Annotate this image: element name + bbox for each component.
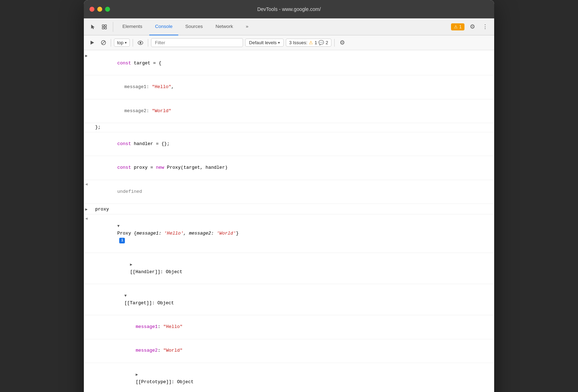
console-row: ▶ const target = { [84, 52, 494, 75]
cursor-icon[interactable] [88, 22, 98, 32]
console-toolbar: top ▾ Default levels ▾ 3 Issues: ⚠ 1 💬 2… [84, 35, 494, 50]
close-button[interactable] [89, 7, 94, 12]
settings-button[interactable]: ⚙ [467, 22, 477, 32]
code-line: message1: "Hello" [95, 316, 491, 338]
execute-icon[interactable] [87, 38, 97, 47]
svg-line-6 [102, 41, 105, 44]
code-line: ▶ [[Handler]]: Object [101, 254, 491, 283]
console-row: ▼ [[Target]]: Object [84, 284, 494, 315]
filter-input[interactable] [151, 38, 243, 47]
code-line: proxy [95, 206, 491, 213]
expand-icon[interactable]: ▶ [85, 207, 88, 213]
console-row: ◀ undefined [84, 180, 494, 204]
code-line: message2: "World" [95, 340, 491, 362]
console-row: message2: "World" [84, 339, 494, 363]
svg-rect-2 [102, 27, 104, 29]
ct-sep2 [133, 39, 133, 47]
row-gutter: ◀ [85, 215, 95, 222]
code-line: message2: "World" [95, 100, 491, 122]
console-settings-button[interactable]: ⚙ [337, 38, 347, 48]
warning-badge[interactable]: ⚠ 1 [451, 23, 464, 30]
svg-marker-4 [91, 41, 94, 45]
row-gutter [85, 76, 95, 77]
code-line: const target = { [95, 52, 491, 74]
ct-sep3 [148, 39, 148, 47]
console-row: ▶ [[Prototype]]: Object [84, 363, 494, 392]
tab-network[interactable]: Network [210, 18, 239, 35]
console-row: ◀ ▼ Proxy {message1: 'Hello', message2: … [84, 214, 494, 253]
row-gutter [85, 157, 95, 157]
row-gutter [85, 285, 95, 286]
console-content: ▶ const target = { message1: "Hello", me… [84, 50, 494, 392]
console-row: const handler = {}; [84, 132, 494, 156]
tab-separator [113, 22, 113, 32]
chevron-down-icon-levels: ▾ [278, 41, 280, 45]
row-gutter: ▶ [85, 52, 95, 59]
svg-point-8 [140, 42, 141, 44]
default-levels-selector[interactable]: Default levels ▾ [245, 39, 284, 47]
tab-bar: Elements Console Sources Network » ⚠ 1 ⚙… [84, 18, 494, 35]
more-button[interactable]: ⋮ [480, 22, 490, 32]
tab-elements[interactable]: Elements [117, 18, 148, 35]
svg-rect-3 [105, 27, 106, 29]
code-line: ▼ [[Target]]: Object [95, 285, 491, 314]
row-gutter [85, 100, 95, 101]
svg-rect-0 [102, 25, 104, 27]
console-row: ▶ [[Handler]]: Object [84, 253, 494, 284]
expand-icon[interactable]: ▶ [135, 372, 138, 378]
issues-info-icon: 💬 [318, 40, 324, 45]
inspect-icon[interactable] [99, 22, 109, 32]
row-gutter: ◀ [85, 181, 95, 188]
row-gutter: ▶ [85, 206, 95, 213]
warning-icon: ⚠ [454, 24, 458, 29]
tab-console[interactable]: Console [149, 18, 178, 35]
code-line: ▼ Proxy {message1: 'Hello', message2: 'W… [95, 215, 491, 252]
block-icon[interactable] [99, 38, 108, 47]
tab-sources[interactable]: Sources [180, 18, 209, 35]
maximize-button[interactable] [105, 7, 110, 12]
titlebar: DevTools - www.google.com/ [84, 0, 494, 18]
toolbar-right: ⚠ 1 ⚙ ⋮ [451, 22, 490, 32]
issues-warning-icon: ⚠ [309, 40, 313, 45]
traffic-lights [89, 7, 110, 12]
console-row: message2: "World" [84, 99, 494, 123]
row-gutter [85, 340, 95, 341]
row-gutter [85, 124, 95, 125]
info-badge[interactable]: i [119, 238, 125, 243]
row-gutter [85, 364, 95, 364]
code-line: const proxy = new Proxy(target, handler) [95, 157, 491, 179]
console-row: message1: "Hello", [84, 75, 494, 99]
expand-icon[interactable]: ▶ [130, 262, 132, 268]
code-line: ▶ [[Prototype]]: Object [95, 364, 491, 392]
code-line: message1: "Hello", [95, 76, 491, 98]
collapse-icon[interactable]: ▼ [117, 223, 120, 230]
console-row: ▶ proxy [84, 205, 494, 214]
ct-sep4 [334, 39, 335, 47]
eye-icon[interactable] [136, 38, 145, 47]
chevron-down-icon: ▾ [125, 41, 127, 45]
row-gutter [91, 254, 101, 254]
console-row: message1: "Hello" [84, 315, 494, 339]
minimize-button[interactable] [97, 7, 102, 12]
svg-rect-1 [105, 25, 106, 27]
console-row: }; [84, 123, 494, 132]
console-row: const proxy = new Proxy(target, handler) [84, 156, 494, 180]
collapse-icon[interactable]: ▼ [124, 293, 127, 299]
devtools-window: DevTools - www.google.com/ Elements Cons… [84, 0, 494, 392]
issues-badge[interactable]: 3 Issues: ⚠ 1 💬 2 [286, 39, 331, 47]
row-gutter [85, 316, 95, 317]
ct-sep1 [111, 39, 111, 47]
row-gutter [85, 133, 95, 134]
tab-more[interactable]: » [240, 18, 254, 35]
window-title: DevTools - www.google.com/ [257, 6, 321, 12]
code-line: undefined [95, 181, 491, 203]
expand-icon[interactable]: ▶ [85, 53, 88, 59]
code-line: const handler = {}; [95, 133, 491, 155]
context-selector[interactable]: top ▾ [114, 39, 130, 47]
code-line: }; [95, 124, 491, 131]
